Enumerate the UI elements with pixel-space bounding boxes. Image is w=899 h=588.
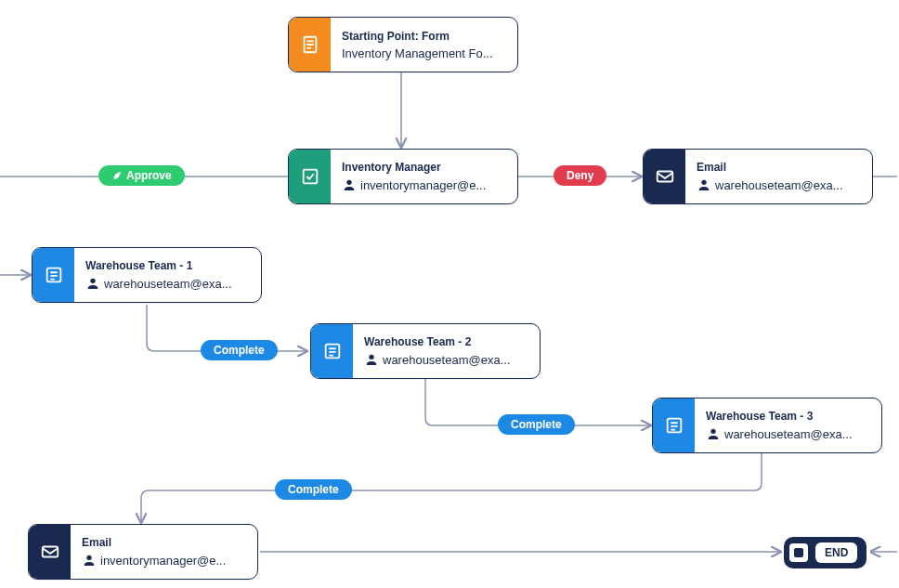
node-title: Warehouse Team - 1: [85, 259, 250, 272]
node-warehouse-3[interactable]: Warehouse Team - 3 warehouseteam@exa...: [652, 398, 882, 453]
node-title: Warehouse Team - 2: [364, 335, 528, 348]
svg-rect-11: [303, 170, 317, 184]
svg-point-14: [701, 180, 706, 185]
person-icon: [364, 352, 379, 367]
node-starting-point[interactable]: Starting Point: Form Inventory Managemen…: [288, 17, 518, 72]
pill-deny[interactable]: Deny: [554, 165, 606, 186]
svg-point-24: [369, 355, 373, 359]
person-icon: [82, 553, 97, 568]
svg-point-29: [710, 429, 715, 434]
node-subtitle: inventorymanager@e...: [342, 177, 506, 192]
end-label: END: [815, 542, 857, 563]
svg-point-31: [86, 555, 91, 560]
node-title: Inventory Manager: [342, 161, 506, 174]
node-subtitle: Inventory Management Fo...: [342, 46, 506, 60]
leaf-icon: [111, 170, 123, 181]
person-icon: [85, 276, 100, 291]
email-icon: [29, 525, 71, 579]
node-email-end[interactable]: Email inventorymanager@e...: [28, 524, 258, 580]
person-icon: [342, 177, 357, 192]
pill-complete-1[interactable]: Complete: [201, 340, 278, 360]
node-title: Email: [697, 161, 861, 174]
form-icon: [289, 18, 331, 72]
node-subtitle: warehouseteam@exa...: [697, 177, 861, 192]
node-subtitle: warehouseteam@exa...: [85, 276, 250, 291]
pill-complete-3[interactable]: Complete: [275, 479, 352, 500]
person-icon: [706, 426, 721, 441]
node-subtitle: inventorymanager@e...: [82, 553, 246, 568]
pill-complete-2[interactable]: Complete: [498, 414, 575, 435]
svg-rect-13: [657, 172, 672, 182]
task-icon: [311, 324, 353, 378]
node-subtitle: warehouseteam@exa...: [364, 352, 528, 367]
stop-icon: [789, 543, 808, 562]
svg-point-12: [346, 180, 351, 185]
task-icon: [653, 399, 695, 452]
node-end[interactable]: END: [784, 537, 866, 568]
node-inventory-manager[interactable]: Inventory Manager inventorymanager@e...: [288, 149, 518, 204]
svg-rect-30: [42, 547, 58, 557]
node-warehouse-2[interactable]: Warehouse Team - 2 warehouseteam@exa...: [310, 323, 541, 379]
node-title: Email: [82, 536, 246, 549]
node-warehouse-1[interactable]: Warehouse Team - 1 warehouseteam@exa...: [32, 247, 262, 303]
node-subtitle: warehouseteam@exa...: [706, 426, 870, 441]
svg-point-19: [90, 279, 95, 283]
node-title: Starting Point: Form: [342, 30, 506, 43]
task-icon: [33, 248, 74, 302]
approval-icon: [289, 150, 331, 203]
pill-approve[interactable]: Approve: [98, 165, 185, 186]
email-icon: [644, 150, 685, 203]
node-title: Warehouse Team - 3: [706, 410, 870, 423]
person-icon: [697, 177, 711, 192]
node-email-deny[interactable]: Email warehouseteam@exa...: [643, 149, 873, 204]
